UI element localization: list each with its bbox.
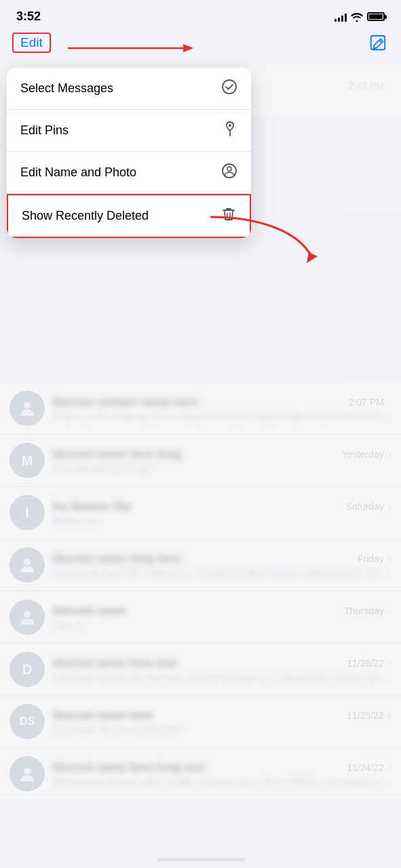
svg-marker-10	[307, 252, 318, 263]
pin-icon	[223, 121, 237, 140]
message-name: blurred name	[53, 604, 339, 618]
person-silhouette-icon	[17, 555, 37, 575]
person-silhouette-icon	[17, 398, 37, 418]
dropdown-menu: Select Messages Edit Pins Edit Name and	[7, 68, 251, 238]
person-silhouette-icon	[17, 764, 37, 784]
message-preview: Customer service dito lng mas scheme kar…	[53, 672, 392, 683]
battery-icon	[367, 12, 385, 21]
message-name: blurred name here long text	[53, 761, 341, 774]
message-name: blurred name here text	[53, 656, 341, 670]
trash-icon	[221, 206, 236, 226]
message-preview: Haru ni	[53, 620, 392, 631]
chevron-icon: ›	[388, 762, 392, 774]
status-bar: 3:52	[0, 0, 401, 29]
dropdown-item-select-messages[interactable]: Select Messages	[7, 68, 251, 110]
svg-point-14	[24, 768, 31, 774]
message-preview: Any namaha ng mcnair	[53, 463, 392, 474]
message-preview: Nasera na	[53, 515, 392, 526]
select-messages-label: Select Messages	[20, 81, 113, 96]
dropdown-item-show-recently-deleted[interactable]: Show Recently Deleted	[7, 194, 251, 238]
chevron-icon: ›	[388, 553, 392, 565]
avatar-initial: DS	[20, 715, 35, 728]
message-time: 2:07 PM	[349, 397, 384, 408]
svg-point-12	[24, 559, 31, 566]
avatar	[9, 547, 45, 583]
chevron-icon: ›	[388, 657, 392, 669]
message-list-continued: blurred contact name here 2:07 PM › Than…	[0, 382, 401, 800]
message-name: blurred name here long	[53, 448, 337, 461]
message-time: 11/25/22	[347, 710, 384, 721]
message-preview: Welcome to the last sales, loyalty Progr…	[53, 776, 392, 787]
message-name: blurred contact name here	[53, 395, 343, 409]
message-preview: You transferred PHP 1,500.00 to Jocinda …	[53, 568, 392, 578]
message-item[interactable]: blurred contact name here 2:07 PM › Than…	[0, 382, 401, 435]
message-time: 2:49 PM	[349, 80, 384, 91]
svg-rect-2	[371, 36, 385, 50]
svg-point-11	[24, 402, 31, 409]
status-time: 3:52	[16, 9, 41, 24]
message-name: blurred name here	[53, 709, 341, 722]
avatar	[9, 391, 45, 426]
svg-point-7	[227, 167, 231, 171]
chevron-icon: ›	[388, 448, 392, 460]
checkmark-circle-icon	[221, 79, 237, 98]
avatar-initial: M	[22, 453, 33, 469]
avatar: I	[9, 495, 45, 530]
wifi-icon	[351, 12, 363, 22]
compose-icon	[369, 34, 387, 52]
message-preview: Sorry later dinma na pala kanu	[53, 724, 392, 735]
chevron-icon: ›	[388, 79, 392, 92]
avatar-initial: D	[22, 662, 32, 677]
message-name: blurred name long here	[53, 552, 352, 566]
message-time: 11/26/22	[347, 658, 384, 669]
dropdown-item-edit-name-photo[interactable]: Edit Name and Photo	[7, 152, 251, 194]
edit-button[interactable]: Edit	[12, 33, 51, 53]
status-icons	[335, 12, 385, 22]
message-item[interactable]: DS blurred name here 11/25/22 › Sorry la…	[0, 696, 401, 748]
chevron-icon: ›	[388, 709, 392, 722]
message-name: Ira Santos Ola	[53, 500, 341, 513]
chevron-icon: ›	[388, 396, 392, 408]
message-time: Saturday	[346, 501, 384, 512]
person-silhouette-icon	[17, 607, 37, 627]
compose-button[interactable]	[367, 32, 389, 54]
avatar: DS	[9, 704, 45, 739]
message-time: Yesterday	[342, 449, 384, 460]
message-time: Thursday	[344, 606, 383, 616]
person-circle-icon	[221, 163, 237, 182]
avatar	[9, 599, 45, 635]
signal-icon	[335, 12, 347, 22]
message-item[interactable]: M blurred name here long Yesterday › Any…	[0, 435, 401, 487]
arrow-annotation	[61, 35, 210, 62]
chevron-icon: ›	[388, 500, 392, 513]
show-recently-deleted-label: Show Recently Deleted	[22, 209, 149, 223]
message-item[interactable]: D blurred name here text 11/26/22 › Cust…	[0, 644, 401, 696]
edit-pins-label: Edit Pins	[20, 123, 69, 138]
message-item[interactable]: blurred name Thursday › Haru ni	[0, 591, 401, 644]
message-item[interactable]: blurred name long here Friday › You tran…	[0, 539, 401, 591]
svg-point-4	[229, 124, 231, 127]
avatar: D	[9, 652, 45, 687]
message-preview: Thank you for ordering at our location a…	[53, 411, 392, 422]
top-nav: Edit	[0, 29, 401, 59]
dropdown-item-edit-pins[interactable]: Edit Pins	[7, 110, 251, 152]
message-time: 11/24/22	[347, 762, 384, 773]
avatar	[9, 756, 45, 791]
message-item[interactable]: I Ira Santos Ola Saturday › Nasera na	[0, 487, 401, 539]
message-time: Friday	[358, 553, 384, 564]
svg-point-3	[223, 80, 236, 94]
svg-point-13	[24, 611, 31, 618]
edit-name-photo-label: Edit Name and Photo	[20, 165, 136, 180]
avatar: M	[9, 443, 45, 478]
message-item[interactable]: blurred name here long text 11/24/22 › W…	[0, 748, 401, 800]
svg-marker-1	[183, 44, 193, 52]
avatar-initial: I	[25, 505, 29, 521]
chevron-icon: ›	[388, 605, 392, 617]
home-indicator	[157, 858, 245, 861]
